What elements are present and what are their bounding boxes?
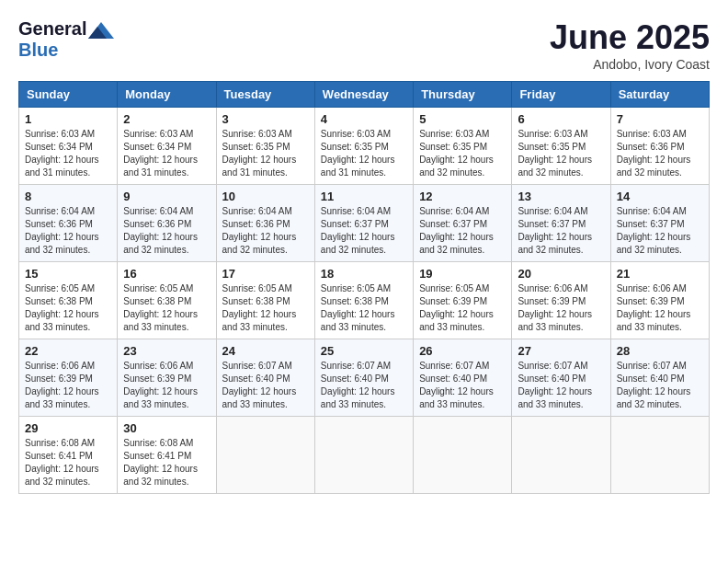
title-block: June 2025 Andobo, Ivory Coast <box>550 18 710 72</box>
week-row-2: 8Sunrise: 6:04 AMSunset: 6:36 PMDaylight… <box>19 185 710 262</box>
day-cell-10: 10Sunrise: 6:04 AMSunset: 6:36 PMDayligh… <box>216 185 314 262</box>
logo-icon <box>88 22 114 39</box>
week-row-4: 22Sunrise: 6:06 AMSunset: 6:39 PMDayligh… <box>19 339 710 417</box>
day-cell-16: 16Sunrise: 6:05 AMSunset: 6:38 PMDayligh… <box>118 262 216 339</box>
empty-cell-3 <box>414 417 512 494</box>
day-cell-28: 28Sunrise: 6:07 AMSunset: 6:40 PMDayligh… <box>610 339 709 417</box>
day-cell-17: 17Sunrise: 6:05 AMSunset: 6:38 PMDayligh… <box>216 262 314 339</box>
empty-cell-5 <box>610 417 709 494</box>
col-monday: Monday <box>118 82 216 108</box>
day-cell-19: 19Sunrise: 6:05 AMSunset: 6:39 PMDayligh… <box>414 262 512 339</box>
day-cell-20: 20Sunrise: 6:06 AMSunset: 6:39 PMDayligh… <box>512 262 610 339</box>
day-cell-12: 12Sunrise: 6:04 AMSunset: 6:37 PMDayligh… <box>414 185 512 262</box>
day-cell-23: 23Sunrise: 6:06 AMSunset: 6:39 PMDayligh… <box>118 339 216 417</box>
day-cell-14: 14Sunrise: 6:04 AMSunset: 6:37 PMDayligh… <box>610 185 709 262</box>
calendar-table: Sunday Monday Tuesday Wednesday Thursday… <box>18 81 710 494</box>
day-cell-15: 15Sunrise: 6:05 AMSunset: 6:38 PMDayligh… <box>19 262 118 339</box>
day-cell-24: 24Sunrise: 6:07 AMSunset: 6:40 PMDayligh… <box>216 339 314 417</box>
logo-text: General <box>18 18 114 40</box>
day-cell-22: 22Sunrise: 6:06 AMSunset: 6:39 PMDayligh… <box>19 339 118 417</box>
location-subtitle: Andobo, Ivory Coast <box>550 57 710 72</box>
calendar-header-row: Sunday Monday Tuesday Wednesday Thursday… <box>19 82 710 108</box>
week-row-1: 1Sunrise: 6:03 AMSunset: 6:34 PMDaylight… <box>19 108 710 185</box>
month-title: June 2025 <box>550 18 710 57</box>
logo: General Blue <box>18 18 114 61</box>
week-row-3: 15Sunrise: 6:05 AMSunset: 6:38 PMDayligh… <box>19 262 710 339</box>
day-cell-13: 13Sunrise: 6:04 AMSunset: 6:37 PMDayligh… <box>512 185 610 262</box>
empty-cell-4 <box>512 417 610 494</box>
empty-cell-2 <box>314 417 413 494</box>
col-wednesday: Wednesday <box>314 82 413 108</box>
day-cell-3: 3Sunrise: 6:03 AMSunset: 6:35 PMDaylight… <box>216 108 314 185</box>
day-cell-27: 27Sunrise: 6:07 AMSunset: 6:40 PMDayligh… <box>512 339 610 417</box>
day-cell-2: 2Sunrise: 6:03 AMSunset: 6:34 PMDaylight… <box>118 108 216 185</box>
empty-cell-1 <box>216 417 314 494</box>
page-header: General Blue June 2025 Andobo, Ivory Coa… <box>18 18 710 72</box>
col-friday: Friday <box>512 82 610 108</box>
col-tuesday: Tuesday <box>216 82 314 108</box>
col-saturday: Saturday <box>610 82 709 108</box>
day-cell-9: 9Sunrise: 6:04 AMSunset: 6:36 PMDaylight… <box>118 185 216 262</box>
day-cell-5: 5Sunrise: 6:03 AMSunset: 6:35 PMDaylight… <box>414 108 512 185</box>
day-cell-21: 21Sunrise: 6:06 AMSunset: 6:39 PMDayligh… <box>610 262 709 339</box>
day-cell-6: 6Sunrise: 6:03 AMSunset: 6:35 PMDaylight… <box>512 108 610 185</box>
day-cell-7: 7Sunrise: 6:03 AMSunset: 6:36 PMDaylight… <box>610 108 709 185</box>
col-sunday: Sunday <box>19 82 118 108</box>
day-cell-26: 26Sunrise: 6:07 AMSunset: 6:40 PMDayligh… <box>414 339 512 417</box>
logo-blue: Blue <box>18 40 114 61</box>
day-cell-29: 29Sunrise: 6:08 AMSunset: 6:41 PMDayligh… <box>19 417 118 494</box>
day-cell-11: 11Sunrise: 6:04 AMSunset: 6:37 PMDayligh… <box>314 185 413 262</box>
day-cell-18: 18Sunrise: 6:05 AMSunset: 6:38 PMDayligh… <box>314 262 413 339</box>
day-cell-1: 1Sunrise: 6:03 AMSunset: 6:34 PMDaylight… <box>19 108 118 185</box>
day-cell-4: 4Sunrise: 6:03 AMSunset: 6:35 PMDaylight… <box>314 108 413 185</box>
day-cell-30: 30Sunrise: 6:08 AMSunset: 6:41 PMDayligh… <box>118 417 216 494</box>
day-cell-25: 25Sunrise: 6:07 AMSunset: 6:40 PMDayligh… <box>314 339 413 417</box>
col-thursday: Thursday <box>414 82 512 108</box>
week-row-5: 29Sunrise: 6:08 AMSunset: 6:41 PMDayligh… <box>19 417 710 494</box>
day-cell-8: 8Sunrise: 6:04 AMSunset: 6:36 PMDaylight… <box>19 185 118 262</box>
